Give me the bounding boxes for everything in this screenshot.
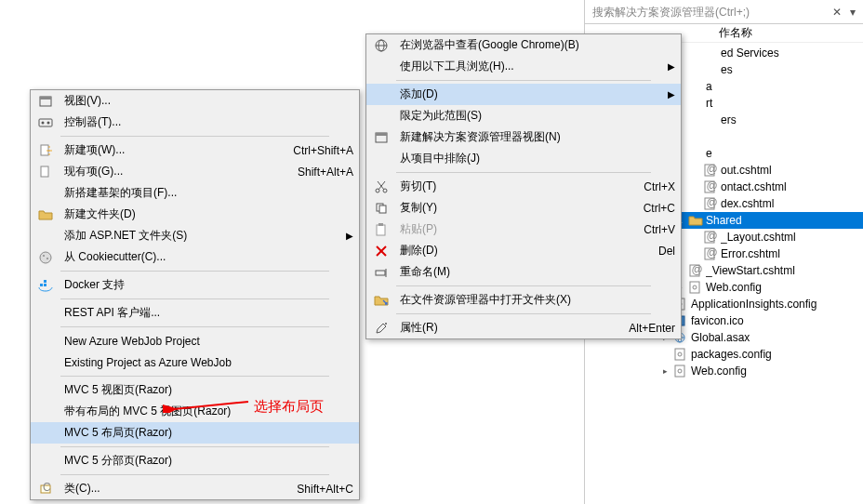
menu-shortcut: Ctrl+X bbox=[644, 180, 675, 193]
tree-item-label: dex.cshtml bbox=[721, 197, 859, 210]
menu-item[interactable]: 从 Cookiecutter(C)... bbox=[31, 246, 359, 268]
menu-separator bbox=[396, 285, 651, 286]
menu-item-label: 重命名(M) bbox=[400, 264, 675, 280]
menu-item[interactable]: 新建解决方案资源管理器视图(N) bbox=[366, 126, 681, 148]
tree-item-label: _Layout.cshtml bbox=[721, 231, 859, 244]
menu-item-label: 使用以下工具浏览(H)... bbox=[400, 59, 668, 74]
submenu-arrow-icon: ▶ bbox=[668, 89, 675, 99]
menu-item[interactable]: Docker 支持 bbox=[31, 274, 359, 296]
cshtml-icon: @ bbox=[687, 263, 704, 278]
menu-shortcut: Ctrl+C bbox=[644, 202, 675, 215]
cshtml-icon: @ bbox=[702, 196, 719, 211]
menu-shortcut: Ctrl+V bbox=[644, 223, 675, 236]
menu-item[interactable]: 重命名(M) bbox=[366, 261, 681, 283]
svg-line-58 bbox=[174, 402, 248, 409]
svg-rect-47 bbox=[41, 145, 48, 155]
menu-item-label: Existing Project as Azure WebJob bbox=[64, 356, 353, 369]
config-icon bbox=[672, 364, 689, 378]
tree-item[interactable]: packages.config bbox=[585, 346, 863, 363]
svg-rect-36 bbox=[378, 223, 383, 226]
svg-text:@: @ bbox=[707, 231, 718, 243]
menu-item[interactable]: MVC 5 分部页(Razor) bbox=[31, 450, 359, 471]
search-bar: ✕ ▾ bbox=[585, 0, 863, 24]
blank-icon bbox=[34, 185, 57, 202]
menu-item-label: 添加(D) bbox=[400, 86, 668, 102]
menu-item[interactable]: C类(C)...Shift+Alt+C bbox=[31, 478, 359, 499]
tree-item-label: Error.cshtml bbox=[721, 247, 859, 260]
folder-icon bbox=[687, 213, 704, 228]
svg-rect-54 bbox=[44, 280, 46, 283]
menu-item-label: 现有项(G)... bbox=[64, 164, 279, 179]
menu-shortcut: Alt+Enter bbox=[629, 322, 675, 335]
menu-item-label: 视图(V)... bbox=[64, 93, 353, 109]
menu-item[interactable]: 新建文件夹(D) bbox=[31, 204, 359, 225]
blank-icon bbox=[34, 354, 57, 371]
menu-item[interactable]: New Azure WebJob Project bbox=[31, 330, 359, 351]
menu-separator bbox=[396, 172, 651, 173]
tree-toggle-icon[interactable]: ▸ bbox=[659, 366, 670, 376]
tree-item-label: out.cshtml bbox=[721, 164, 859, 177]
svg-text:@: @ bbox=[707, 247, 718, 259]
search-input[interactable] bbox=[589, 4, 828, 20]
chevron-down-icon[interactable]: ▾ bbox=[846, 6, 859, 19]
menu-item[interactable]: 删除(D)Del bbox=[366, 240, 681, 261]
existing-item-icon bbox=[34, 164, 57, 180]
open-folder-icon bbox=[370, 292, 392, 309]
svg-text:@: @ bbox=[692, 264, 703, 276]
class-icon: C bbox=[34, 481, 57, 497]
svg-rect-39 bbox=[376, 271, 385, 275]
svg-point-50 bbox=[43, 255, 45, 257]
menu-shortcut: Ctrl+Shift+A bbox=[293, 144, 353, 157]
cookie-icon bbox=[34, 249, 57, 266]
annotation-arrow bbox=[163, 374, 251, 413]
menu-item[interactable]: 限定为此范围(S) bbox=[366, 105, 681, 126]
svg-rect-34 bbox=[379, 206, 386, 213]
tree-item-label: es bbox=[721, 63, 859, 76]
copy-icon bbox=[370, 200, 392, 217]
menu-item[interactable]: 剪切(T)Ctrl+X bbox=[366, 176, 681, 197]
menu-item-label: 控制器(T)... bbox=[64, 114, 353, 130]
controller-icon bbox=[34, 114, 57, 131]
tree-item-label: ontact.cshtml bbox=[721, 180, 859, 193]
annotation-text: 选择布局页 bbox=[254, 398, 324, 416]
menu-item-label: MVC 5 布局页(Razor) bbox=[64, 425, 353, 441]
menu-item[interactable]: 添加 ASP.NET 文件夹(S)▶ bbox=[31, 225, 359, 246]
blank-icon bbox=[34, 382, 57, 399]
menu-item-label: 复制(Y) bbox=[400, 200, 625, 216]
menu-shortcut: Del bbox=[658, 245, 675, 258]
menu-item[interactable]: 视图(V)... bbox=[31, 90, 359, 112]
menu-item[interactable]: 复制(Y)Ctrl+C bbox=[366, 197, 681, 219]
menu-item[interactable]: MVC 5 布局页(Razor) bbox=[31, 422, 359, 444]
menu-item[interactable]: 属性(R)Alt+Enter bbox=[366, 317, 681, 338]
svg-line-32 bbox=[378, 181, 384, 190]
menu-item[interactable]: 控制器(T)... bbox=[31, 112, 359, 133]
tree-item-label: Web.config bbox=[706, 281, 859, 294]
menu-item[interactable]: Existing Project as Azure WebJob bbox=[31, 351, 359, 373]
menu-item[interactable]: 使用以下工具浏览(H)...▶ bbox=[366, 56, 681, 77]
menu-item[interactable]: 新搭建基架的项目(F)... bbox=[31, 182, 359, 204]
tree-item[interactable]: ▸Web.config bbox=[585, 363, 863, 379]
svg-text:C: C bbox=[43, 482, 51, 494]
cshtml-icon: @ bbox=[702, 179, 719, 194]
search-clear-icon[interactable]: ✕ bbox=[828, 6, 846, 19]
submenu-arrow-icon: ▶ bbox=[346, 231, 353, 241]
menu-item-label: 新建文件夹(D) bbox=[64, 206, 353, 222]
menu-item[interactable]: REST API 客户端... bbox=[31, 302, 359, 324]
menu-item[interactable]: 在浏览器中查看(Google Chrome)(B) bbox=[366, 34, 681, 56]
blank-icon bbox=[34, 425, 57, 442]
tree-item-label: ApplicationInsights.config bbox=[691, 298, 859, 311]
docker-icon bbox=[34, 277, 57, 294]
tree-item-label: a bbox=[706, 80, 859, 93]
menu-item[interactable]: 从项目中排除(J) bbox=[366, 148, 681, 169]
menu-item[interactable]: 在文件资源管理器中打开文件夹(X) bbox=[366, 289, 681, 311]
menu-item[interactable]: 新建项(W)...Ctrl+Shift+A bbox=[31, 139, 359, 161]
svg-point-49 bbox=[40, 252, 51, 263]
tree-item-label: ed Services bbox=[721, 46, 859, 60]
blank-icon bbox=[34, 333, 57, 350]
menu-item-label: 属性(R) bbox=[400, 320, 610, 336]
cshtml-icon: @ bbox=[702, 230, 719, 245]
menu-item-label: 剪切(T) bbox=[400, 179, 625, 194]
menu-item[interactable]: 添加(D)▶ bbox=[366, 84, 681, 105]
context-menu-add: 视图(V)...控制器(T)...新建项(W)...Ctrl+Shift+A现有… bbox=[30, 89, 360, 500]
menu-item[interactable]: 现有项(G)...Shift+Alt+A bbox=[31, 161, 359, 182]
